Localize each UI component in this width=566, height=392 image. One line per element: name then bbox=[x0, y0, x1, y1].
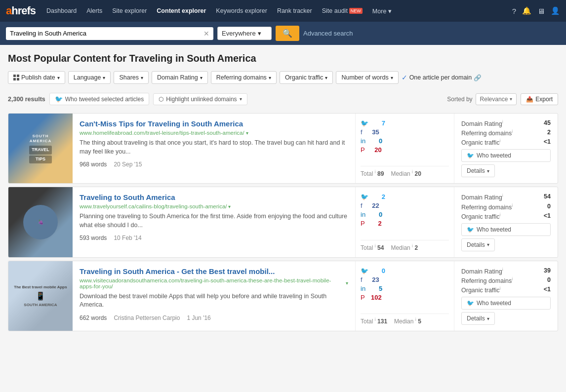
filter-language[interactable]: Language ▾ bbox=[68, 71, 111, 84]
info-icon: i bbox=[500, 212, 501, 217]
nav-site-explorer[interactable]: Site explorer bbox=[108, 5, 151, 16]
domain-rating-value: 39 bbox=[544, 267, 551, 275]
referring-domains-row: Referring domainsi 2 bbox=[461, 129, 551, 137]
referring-domains-row: Referring domainsi 0 bbox=[461, 276, 551, 284]
chevron-down-icon: ▾ bbox=[487, 316, 489, 321]
info-icon: i bbox=[512, 129, 513, 134]
facebook-icon: f bbox=[361, 202, 363, 209]
one-article-filter[interactable]: ✓ One article per domain 🔗 bbox=[402, 74, 482, 81]
info-icon: i bbox=[412, 243, 413, 248]
scope-dropdown[interactable]: Everywhere ▾ bbox=[217, 27, 272, 40]
export-button[interactable]: 📤 Export bbox=[521, 93, 558, 105]
twitter-row: 🐦 7 bbox=[361, 119, 449, 127]
search-input[interactable] bbox=[10, 30, 201, 37]
filter-publish-date[interactable]: Publish date ▾ bbox=[8, 71, 65, 84]
highlight-icon: ⬡ bbox=[159, 96, 163, 103]
nav-more[interactable]: More ▾ bbox=[368, 5, 396, 17]
referring-domains-value: 0 bbox=[547, 276, 551, 284]
article-domain-stats: Domain Ratingi 39 Referring domainsi 0 O… bbox=[454, 261, 558, 331]
article-url: www.visitecuadorandsouthamerica.com/trav… bbox=[80, 277, 348, 289]
who-tweeted-button[interactable]: 🐦 Who tweeted bbox=[461, 149, 551, 162]
info-icon: i bbox=[500, 138, 501, 143]
pinterest-row: P 2 bbox=[361, 220, 449, 227]
who-tweeted-button[interactable]: 🐦 Who tweeted bbox=[461, 223, 551, 236]
article-social-stats: 🐦 0 f 23 in 5 P 102 bbox=[355, 261, 454, 331]
facebook-icon: f bbox=[361, 276, 363, 283]
chevron-down-icon: ▾ bbox=[510, 96, 512, 102]
details-button[interactable]: Details ▾ bbox=[461, 312, 495, 325]
highlight-unlinked-button[interactable]: ⬡ Highlight unlinked domains ▾ bbox=[153, 93, 247, 105]
total-label: Total i 131 bbox=[361, 317, 387, 325]
linkedin-icon: in bbox=[361, 285, 365, 292]
article-body: Traveling to South America www.travelyou… bbox=[73, 187, 355, 257]
checkmark-icon: ✓ bbox=[402, 74, 407, 81]
article-thumbnail: 🍇 bbox=[8, 187, 73, 257]
logo[interactable]: ahrefs bbox=[6, 4, 36, 17]
social-icons: 🐦 0 f 23 in 5 P 102 bbox=[361, 267, 449, 301]
article-date: 20 Sep '15 bbox=[114, 161, 142, 168]
median-label: Median i 20 bbox=[391, 169, 421, 177]
facebook-row: f 23 bbox=[361, 276, 449, 283]
search-clear-icon[interactable]: ✕ bbox=[203, 30, 209, 38]
monitor-icon[interactable]: 🖥 bbox=[537, 7, 545, 15]
who-tweeted-selected-button[interactable]: 🐦 Who tweeted selected articles bbox=[49, 93, 149, 105]
filter-referring-domains[interactable]: Referring domains ▾ bbox=[211, 71, 277, 84]
twitter-icon: 🐦 bbox=[467, 152, 474, 159]
info-icon: i bbox=[415, 317, 416, 322]
pinterest-row: P 102 bbox=[361, 294, 449, 301]
article-thumbnail: The Best travel mobile Apps 📱 SOUTH AMER… bbox=[8, 261, 73, 331]
nav-keywords-explorer[interactable]: Keywords explorer bbox=[212, 5, 271, 16]
twitter-count: 7 bbox=[371, 119, 385, 127]
article-social-stats: 🐦 2 f 22 in 0 P 2 bbox=[355, 187, 454, 257]
nav-dashboard[interactable]: Dashboard bbox=[42, 5, 81, 16]
filter-domain-rating[interactable]: Domain Rating ▾ bbox=[152, 71, 208, 84]
median-label: Median i 2 bbox=[391, 243, 418, 251]
article-domain-stats: Domain Ratingi 54 Referring domainsi 0 O… bbox=[454, 187, 558, 257]
table-row: SOUTH AMERICA TRAVEL TIPS Can't-Miss Tip… bbox=[8, 113, 558, 184]
user-icon[interactable]: 👤 bbox=[551, 6, 560, 15]
linkedin-count: 5 bbox=[368, 285, 382, 292]
twitter-count: 2 bbox=[371, 193, 385, 200]
article-description: The thing about traveling is that once y… bbox=[80, 139, 348, 156]
domain-stats: Domain Ratingi 45 Referring domainsi 2 O… bbox=[461, 119, 551, 146]
external-link-icon: ▾ bbox=[346, 280, 348, 286]
who-tweeted-button[interactable]: 🐦 Who tweeted bbox=[461, 297, 551, 310]
organic-traffic-row: Organic traffici <1 bbox=[461, 138, 551, 146]
advanced-search-link[interactable]: Advanced search bbox=[303, 30, 353, 37]
table-row: The Best travel mobile Apps 📱 SOUTH AMER… bbox=[8, 261, 558, 331]
grid-icon bbox=[13, 75, 19, 80]
twitter-icon: 🐦 bbox=[361, 119, 368, 127]
organic-traffic-value: <1 bbox=[544, 286, 551, 294]
nav-rank-tracker[interactable]: Rank tracker bbox=[273, 5, 316, 16]
details-button[interactable]: Details ▾ bbox=[461, 238, 495, 251]
facebook-row: f 35 bbox=[361, 128, 449, 136]
article-description: Download the best travel mobile Apps tha… bbox=[80, 292, 348, 310]
info-icon: i bbox=[500, 286, 501, 291]
article-social-stats: 🐦 7 f 35 in 0 P 20 bbox=[355, 114, 454, 183]
sort-dropdown[interactable]: Relevance ▾ bbox=[476, 93, 517, 105]
filter-organic-traffic[interactable]: Organic traffic ▾ bbox=[280, 71, 333, 84]
info-icon: i bbox=[512, 276, 513, 281]
linkedin-icon: in bbox=[361, 211, 365, 218]
nav-content-explorer[interactable]: Content explorer bbox=[153, 5, 210, 16]
filter-shares[interactable]: Shares ▾ bbox=[114, 71, 149, 84]
details-button[interactable]: Details ▾ bbox=[461, 164, 495, 177]
info-icon: i bbox=[412, 169, 413, 174]
twitter-count: 0 bbox=[371, 267, 385, 274]
article-thumbnail: SOUTH AMERICA TRAVEL TIPS bbox=[8, 114, 73, 183]
referring-domains-value: 0 bbox=[547, 203, 551, 211]
facebook-icon: f bbox=[361, 128, 363, 136]
article-title: Can't-Miss Tips for Traveling in South A… bbox=[80, 119, 348, 128]
filter-number-of-words[interactable]: Number of words ▾ bbox=[336, 71, 398, 84]
main-content: Most Popular Content for Traveling in So… bbox=[0, 45, 566, 334]
article-date: 1 Jun '16 bbox=[187, 314, 210, 321]
bell-icon[interactable]: 🔔 bbox=[522, 6, 531, 15]
article-description: Planning one traveling to South America … bbox=[80, 212, 348, 230]
article-body: Can't-Miss Tips for Traveling in South A… bbox=[73, 114, 355, 183]
nav-site-audit[interactable]: Site audit NEW bbox=[318, 5, 366, 16]
results-count: 2,300 results bbox=[8, 96, 45, 103]
help-icon[interactable]: ? bbox=[512, 7, 516, 15]
page-title: Most Popular Content for Traveling in So… bbox=[8, 53, 558, 64]
search-button[interactable]: 🔍 bbox=[276, 26, 299, 41]
nav-alerts[interactable]: Alerts bbox=[82, 5, 106, 16]
